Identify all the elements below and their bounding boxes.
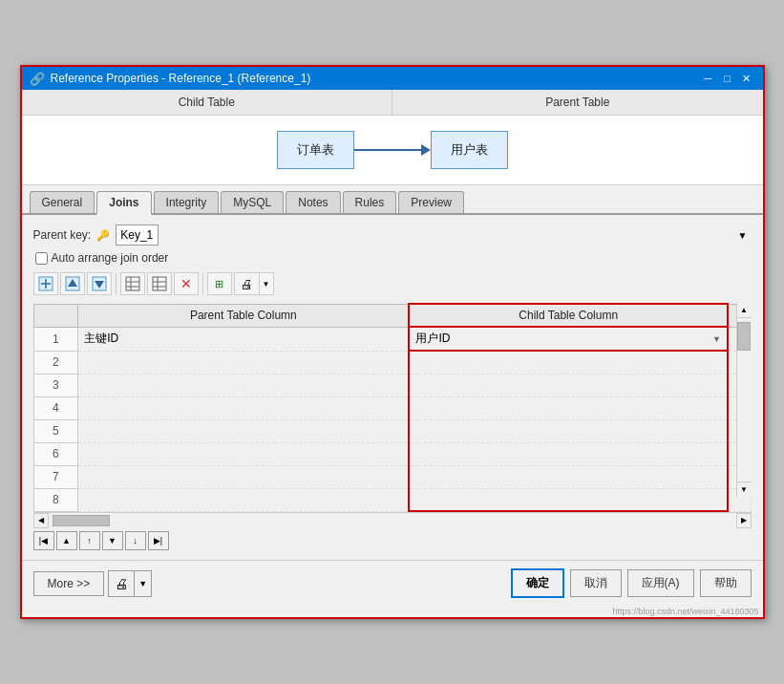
nav-down-button[interactable]: ↓ [125,531,146,550]
diagram-header: Child Table Parent Table [22,90,763,116]
delete-grid-button[interactable] [147,272,172,295]
child-col-4[interactable] [409,396,727,419]
scroll-right-arrow[interactable]: ▶ [736,513,752,528]
nav-last-button[interactable]: ▶| [148,531,169,550]
reference-properties-window: 🔗 Reference Properties - Reference_1 (Re… [20,65,765,619]
nav-next-button[interactable]: ▼ [102,531,123,550]
table-row: 2 [33,351,751,374]
parent-col-7[interactable] [78,465,410,488]
relationship-arrow [354,144,431,156]
parent-entity-box: 用户表 [431,131,508,169]
tab-rules[interactable]: Rules [343,191,397,213]
confirm-button[interactable]: 确定 [511,568,564,598]
joins-table-wrapper: Parent Table Column Child Table Column ▲… [33,303,752,512]
footer: More >> 🖨 ▼ 确定 取消 应用(A) 帮助 [22,560,763,606]
parent-col-3[interactable] [78,374,410,396]
horizontal-scroll-thumb[interactable] [53,515,110,526]
parent-table-header: Parent Table [392,90,763,115]
more-button[interactable]: More >> [33,571,105,596]
child-col-2[interactable] [409,351,727,374]
parent-key-label: Parent key: [33,228,92,242]
diagram-section: Child Table Parent Table 订单表 用户表 [22,90,763,185]
parent-key-row: Parent key: 🔑 Key_1 ▼ [33,224,752,246]
table-row: 8 [33,488,751,511]
row-num-8: 8 [33,488,78,511]
parent-col-8[interactable] [78,488,410,511]
print-icon: 🖨 [235,272,260,295]
child-col-8[interactable] [409,488,727,511]
window-icon: 🔗 [30,72,45,86]
table-row: 5 [33,419,751,442]
child-col-5[interactable] [409,419,727,442]
bottom-navigation: |◀ ▲ ↑ ▼ ↓ ▶| [33,531,752,550]
tabs-bar: General Joins Integrity MySQL Notes Rule… [22,185,763,215]
parent-key-select-wrapper: Key_1 ▼ [116,224,751,246]
close-button[interactable]: ✕ [738,71,755,86]
parent-col-1[interactable]: 主键ID [78,327,410,351]
nav-prev-button[interactable]: ▲ [56,531,77,550]
delete-row-button[interactable]: ✕ [174,272,199,295]
table-row: 7 [33,465,751,488]
table-row: 3 [33,374,751,396]
row-num-3: 3 [33,374,78,396]
excel-export-button[interactable]: ⊞ [207,272,232,295]
help-button[interactable]: 帮助 [700,569,752,597]
scroll-left-arrow[interactable]: ◀ [33,513,49,528]
auto-arrange-label: Auto arrange join order [52,251,169,265]
parent-col-2[interactable] [78,351,410,374]
insert-grid-button[interactable] [120,272,145,295]
table-row: 4 [33,396,751,419]
print-dropdown-arrow-icon: ▼ [260,272,273,295]
parent-col-6[interactable] [78,442,410,465]
diagram-body: 订单表 用户表 [22,116,763,185]
auto-arrange-checkbox[interactable] [35,252,48,265]
select-arrow-icon: ▼ [738,230,748,241]
col-header-num [33,304,78,327]
child-col-1[interactable]: 用户ID ▼ [409,327,727,351]
parent-col-4[interactable] [78,396,410,419]
cancel-button[interactable]: 取消 [570,569,622,597]
row-num-7: 7 [33,465,78,488]
nav-first-button[interactable]: |◀ [33,531,54,550]
printer-icon: 🖨 [109,571,135,596]
tab-preview[interactable]: Preview [398,191,464,213]
row-num-1: 1 [33,327,78,351]
minimize-button[interactable]: ─ [700,71,717,86]
svg-rect-11 [153,277,166,290]
tab-joins[interactable]: Joins [96,191,151,215]
col-header-parent: Parent Table Column [78,304,410,327]
scroll-up-arrow[interactable]: ▲ [737,303,752,318]
scroll-down-arrow[interactable]: ▼ [737,481,752,497]
table-row: 6 [33,442,751,465]
joins-toolbar: ✕ ⊞ 🖨 ▼ [33,270,752,297]
table-row: 1 主键ID 用户ID ▼ [33,327,751,351]
scroll-thumb[interactable] [737,322,751,351]
child-col-6[interactable] [409,442,727,465]
parent-col-5[interactable] [78,419,410,442]
print-arrow-icon: ▼ [135,571,151,596]
tab-integrity[interactable]: Integrity [154,191,220,213]
child-col-7[interactable] [409,465,727,488]
move-up-button[interactable] [60,272,85,295]
child-col-3[interactable] [409,374,727,396]
row-num-5: 5 [33,419,78,442]
tab-notes[interactable]: Notes [286,191,340,213]
add-join-button[interactable] [33,272,58,295]
parent-key-select[interactable]: Key_1 [116,224,159,246]
apply-button[interactable]: 应用(A) [627,569,694,597]
key-icon: 🔑 [96,229,110,242]
print-dropdown-button[interactable]: 🖨 ▼ [234,272,274,295]
auto-arrange-row: Auto arrange join order [33,251,752,265]
window-title: Reference Properties - Reference_1 (Refe… [51,72,311,85]
tab-mysql[interactable]: MySQL [221,191,284,213]
row-num-4: 4 [33,396,78,419]
move-down-button[interactable] [87,272,112,295]
footer-print-button[interactable]: 🖨 ▼ [108,570,152,597]
tab-general[interactable]: General [30,191,95,213]
scroll-track [737,318,752,481]
maximize-button[interactable]: □ [719,71,736,86]
toolbar-separator-2 [202,273,203,294]
cell-dropdown-icon: ▼ [712,334,721,344]
vertical-scrollbar[interactable]: ▲ ▼ [736,303,752,497]
nav-up-button[interactable]: ↑ [79,531,100,550]
